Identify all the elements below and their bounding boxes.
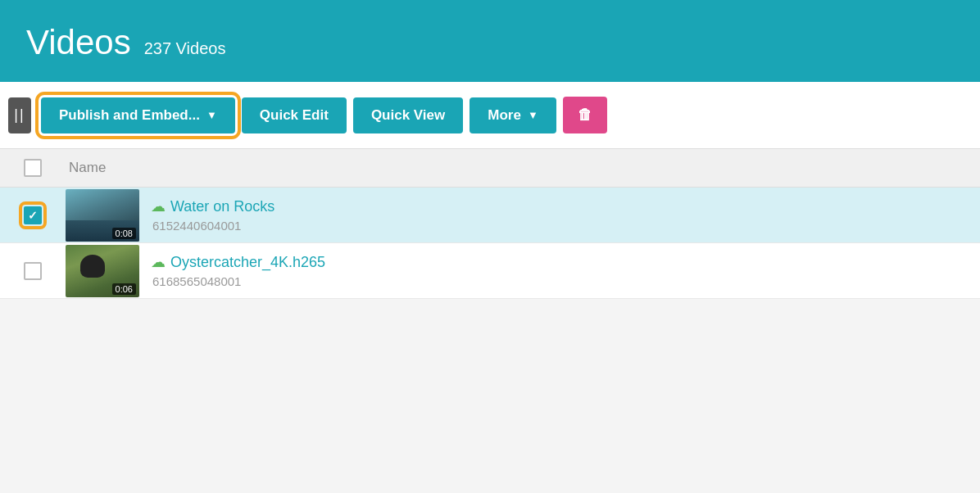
quick-view-button[interactable]: Quick View	[353, 97, 463, 133]
row-2-title: Oystercatcher_4K.h265	[170, 254, 325, 271]
more-label: More	[488, 107, 521, 124]
publish-embed-button[interactable]: Publish and Embed... ▼	[41, 97, 235, 133]
header-checkbox-col	[0, 159, 66, 177]
more-chevron-icon: ▼	[528, 109, 538, 121]
drag-handle-icon: ||	[14, 106, 25, 124]
row-1-title: Water on Rocks	[170, 198, 274, 215]
page-title: Videos	[26, 23, 131, 62]
row-2-info: ☁ Oystercatcher_4K.h265 6168565048001	[151, 243, 980, 298]
row-1-duration: 0:08	[112, 228, 136, 239]
publish-embed-chevron-icon: ▼	[206, 109, 217, 121]
trash-icon: 🗑	[578, 106, 592, 124]
select-all-checkbox[interactable]	[24, 159, 42, 177]
action-toolbar: || Publish and Embed... ▼ Quick Edit Qui…	[0, 82, 980, 149]
row-1-info: ☁ Water on Rocks 6152440604001	[151, 188, 980, 242]
row-2-checkbox-wrap	[0, 251, 66, 292]
publish-embed-label: Publish and Embed...	[59, 107, 200, 124]
row-2-asset-id: 6168565048001	[151, 274, 980, 288]
row-1-title-wrap: ☁ Water on Rocks	[151, 197, 980, 215]
row-1-checkbox[interactable]	[24, 206, 42, 224]
row-2-duration: 0:06	[112, 283, 136, 295]
cloud-published-icon: ☁	[151, 253, 166, 271]
name-column-header: Name	[66, 160, 980, 176]
row-2-title-wrap: ☁ Oystercatcher_4K.h265	[151, 253, 980, 271]
row-1-thumbnail: 0:08	[66, 189, 139, 242]
delete-button[interactable]: 🗑	[563, 97, 607, 133]
drag-handle[interactable]: ||	[8, 97, 31, 133]
row-1-checkbox-wrap	[0, 195, 66, 236]
quick-edit-button[interactable]: Quick Edit	[242, 97, 347, 133]
video-table: Name 0:08 ☁ Water on Rocks 6152440604001…	[0, 149, 980, 299]
row-2-thumbnail: 0:06	[66, 245, 139, 297]
quick-view-label: Quick View	[371, 107, 445, 124]
table-row: 0:08 ☁ Water on Rocks 6152440604001	[0, 188, 980, 243]
video-count: 237 Videos	[144, 39, 226, 58]
table-header-row: Name	[0, 149, 980, 188]
quick-edit-label: Quick Edit	[260, 107, 329, 124]
page-header: Videos 237 Videos	[0, 0, 980, 82]
row-2-checkbox[interactable]	[24, 262, 42, 280]
row-1-asset-id: 6152440604001	[151, 219, 980, 233]
more-button[interactable]: More ▼	[470, 97, 556, 133]
cloud-published-icon: ☁	[151, 197, 166, 215]
table-row: 0:06 ☁ Oystercatcher_4K.h265 61685650480…	[0, 243, 980, 299]
